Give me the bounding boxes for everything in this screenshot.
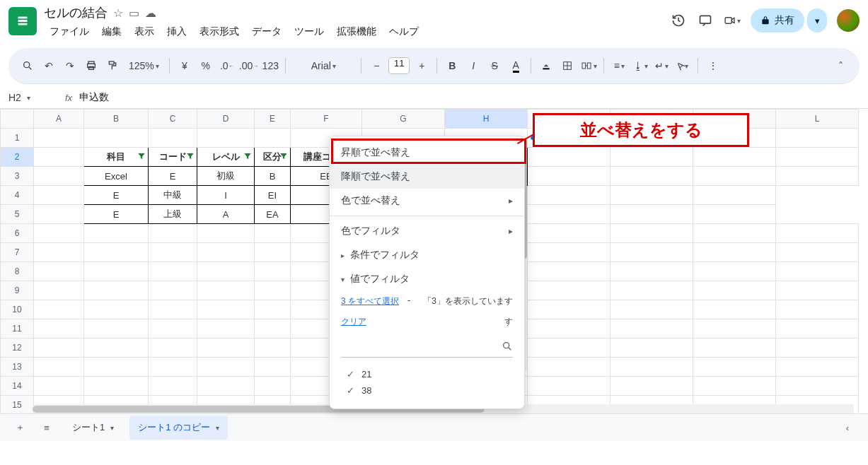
row-header-6[interactable]: 6 — [1, 224, 34, 243]
print-icon[interactable] — [82, 56, 100, 76]
cell-I9[interactable] — [528, 281, 611, 300]
cell-F5[interactable]: EA — [255, 205, 291, 224]
cell-K13[interactable] — [693, 358, 776, 377]
merge-button[interactable]: ▾ — [579, 56, 598, 76]
row-header-1[interactable]: 1 — [1, 129, 34, 148]
doc-title[interactable]: セルの結合 — [44, 4, 108, 21]
cell-D6[interactable] — [197, 224, 255, 243]
cell-E13[interactable] — [255, 358, 291, 377]
cell-B13[interactable] — [84, 358, 149, 377]
sheet-tab-1[interactable]: シート1▾ — [64, 416, 122, 440]
cell-I6[interactable] — [528, 224, 611, 243]
menu-ヘルプ[interactable]: ヘルプ — [383, 23, 424, 41]
cell-J10[interactable] — [611, 300, 693, 319]
meet-icon[interactable]: ▾ — [724, 12, 741, 29]
cell-J2[interactable] — [611, 148, 693, 167]
cell-D12[interactable] — [197, 339, 255, 358]
cell-B9[interactable] — [84, 281, 149, 300]
col-header-A[interactable]: A — [34, 110, 84, 129]
name-box[interactable]: H2▾ — [8, 92, 58, 103]
cell-A7[interactable] — [34, 243, 84, 262]
clear-link[interactable]: クリア — [341, 316, 366, 328]
row-header-4[interactable]: 4 — [1, 186, 34, 205]
filter-value-item[interactable]: ▾値でフィルタ — [330, 267, 524, 291]
menu-編集[interactable]: 編集 — [96, 23, 127, 41]
cell-L7[interactable] — [776, 243, 859, 262]
cell-E12[interactable] — [255, 339, 291, 358]
cell-A10[interactable] — [34, 300, 84, 319]
cell-L14[interactable] — [776, 377, 859, 396]
cell-C7[interactable] — [149, 243, 197, 262]
col-header-G[interactable]: G — [362, 110, 445, 129]
menu-表示形式[interactable]: 表示形式 — [194, 23, 245, 41]
cell-D1[interactable] — [197, 129, 255, 148]
row-header-2[interactable]: 2 — [1, 148, 34, 167]
menu-表示[interactable]: 表示 — [129, 23, 160, 41]
filter-value-21[interactable]: ✓21 — [341, 366, 513, 382]
cell-K4[interactable] — [611, 186, 693, 205]
cell-D13[interactable] — [197, 358, 255, 377]
decrease-font-button[interactable]: − — [367, 56, 386, 76]
cell-J9[interactable] — [611, 281, 693, 300]
wrap-button[interactable]: ↵▾ — [652, 56, 671, 76]
filter-condition-item[interactable]: ▸条件でフィルタ — [330, 243, 524, 267]
cell-A3[interactable] — [34, 167, 84, 186]
menu-拡張機能[interactable]: 拡張機能 — [331, 23, 382, 41]
cell-C12[interactable] — [149, 339, 197, 358]
cell-D8[interactable] — [197, 262, 255, 281]
explore-button[interactable]: ‹ — [837, 417, 858, 438]
cell-L12[interactable] — [776, 339, 859, 358]
fill-color-button[interactable] — [537, 56, 555, 76]
increase-font-button[interactable]: + — [412, 56, 431, 76]
cell-K11[interactable] — [693, 319, 776, 339]
cell-A6[interactable] — [34, 224, 84, 243]
filter-icon[interactable] — [137, 151, 146, 161]
cell-D14[interactable] — [197, 377, 255, 396]
cell-B3[interactable]: Excel — [84, 167, 149, 186]
cell-K2[interactable] — [693, 148, 776, 167]
cell-J14[interactable] — [611, 377, 693, 396]
row-header-13[interactable]: 13 — [1, 358, 34, 377]
row-header-12[interactable]: 12 — [1, 339, 34, 358]
borders-button[interactable] — [558, 56, 577, 76]
cell-C3[interactable]: E — [149, 167, 197, 186]
cell-L8[interactable] — [776, 262, 859, 281]
col-header-B[interactable]: B — [84, 110, 149, 129]
search-icon[interactable] — [18, 56, 37, 76]
cell-C1[interactable] — [149, 129, 197, 148]
valign-button[interactable]: ⭳▾ — [631, 56, 649, 76]
cell-K9[interactable] — [693, 281, 776, 300]
paint-format-icon[interactable] — [103, 56, 122, 76]
cell-J3[interactable] — [611, 167, 693, 186]
cloud-icon[interactable]: ☁ — [145, 6, 156, 20]
cell-E4[interactable]: I — [197, 186, 255, 205]
history-icon[interactable] — [670, 12, 687, 29]
cell-E1[interactable] — [255, 129, 291, 148]
percent-button[interactable]: % — [197, 56, 215, 76]
cell-E2[interactable]: 区分 — [255, 148, 291, 167]
cell-D5[interactable]: 上級 — [149, 205, 197, 224]
star-icon[interactable]: ☆ — [113, 6, 123, 20]
cell-C2[interactable]: コード — [149, 148, 197, 167]
cell-A4[interactable] — [34, 186, 84, 205]
cell-J12[interactable] — [611, 339, 693, 358]
cell-D4[interactable]: 中級 — [149, 186, 197, 205]
col-header-E[interactable]: E — [255, 110, 291, 129]
row-header-3[interactable]: 3 — [1, 167, 34, 186]
cell-C8[interactable] — [149, 262, 197, 281]
cell-J7[interactable] — [611, 243, 693, 262]
cell-E6[interactable] — [255, 224, 291, 243]
cell-A11[interactable] — [34, 319, 84, 339]
formula-input[interactable]: 申込数 — [79, 91, 109, 104]
menu-挿入[interactable]: 挿入 — [161, 23, 192, 41]
increase-decimal-button[interactable]: .00→ — [239, 56, 258, 76]
halign-button[interactable]: ≡▾ — [610, 56, 628, 76]
row-header-5[interactable]: 5 — [1, 205, 34, 224]
cell-K12[interactable] — [693, 339, 776, 358]
cell-A1[interactable] — [34, 129, 84, 148]
cell-E5[interactable]: A — [197, 205, 255, 224]
italic-button[interactable]: I — [464, 56, 482, 76]
cell-B7[interactable] — [84, 243, 149, 262]
account-avatar[interactable] — [837, 9, 860, 32]
cell-L1[interactable] — [776, 129, 859, 148]
